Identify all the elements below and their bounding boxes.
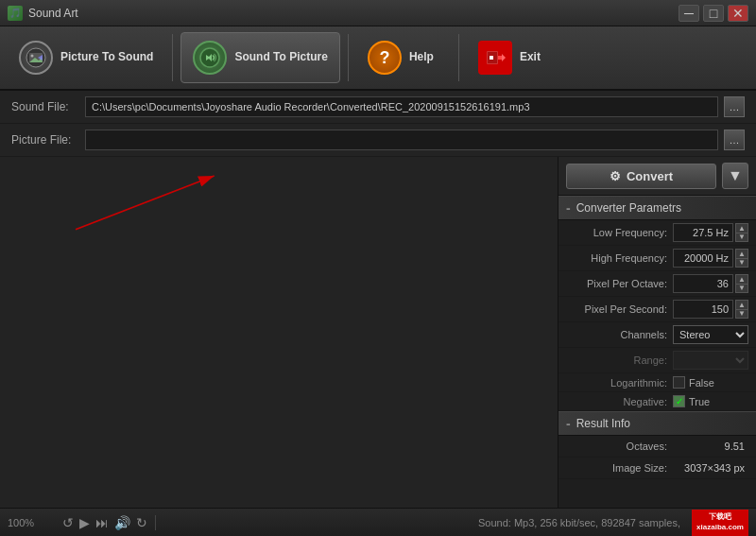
sound-to-picture-button[interactable]: Sound To Picture <box>180 32 339 83</box>
high-frequency-input[interactable] <box>673 249 733 268</box>
svg-rect-8 <box>490 56 493 60</box>
main-area: Sound File: … Picture File: … <box>0 91 756 508</box>
play-button[interactable]: ▶ <box>79 515 90 530</box>
picture-file-browse-button[interactable]: … <box>724 130 745 150</box>
high-frequency-down[interactable]: ▼ <box>735 258 748 268</box>
pixel-per-octave-spinner[interactable]: ▲ ▼ <box>735 274 748 293</box>
sound-to-picture-label: Sound To Picture <box>234 50 327 65</box>
pixel-per-second-input[interactable] <box>673 300 733 319</box>
skip-button[interactable]: ⏭ <box>95 515 109 530</box>
volume-button[interactable]: 🔊 <box>114 515 130 530</box>
preview-panel <box>0 157 558 508</box>
reset-button[interactable]: ↺ <box>62 515 74 530</box>
playback-controls: ↺ ▶ ⏭ 🔊 ↻ <box>62 515 147 530</box>
content-area: ⚙ Convert ▼ - Converter Parametrs Low Fr… <box>0 157 756 508</box>
logarithmic-value-text: False <box>689 377 714 389</box>
negative-row: Negative: ✓ True <box>558 392 756 411</box>
octaves-label: Octaves: <box>566 441 673 452</box>
octaves-value: 9.51 <box>673 439 748 454</box>
pixel-per-octave-label: Pixel Per Octave: <box>566 278 673 289</box>
convert-row: ⚙ Convert ▼ <box>558 157 756 196</box>
convert-label: Convert <box>627 169 673 183</box>
sound-file-input[interactable] <box>85 96 718 117</box>
pixel-per-second-row: Pixel Per Second: ▲ ▼ <box>558 297 756 322</box>
maximize-button[interactable]: □ <box>703 5 724 22</box>
help-icon: ? <box>368 41 402 75</box>
convert-button[interactable]: ⚙ Convert <box>566 164 716 189</box>
picture-to-sound-label: Picture To Sound <box>60 50 153 65</box>
low-frequency-input[interactable] <box>673 223 733 242</box>
collapse-icon[interactable]: - <box>566 200 571 216</box>
close-button[interactable]: ✕ <box>728 5 748 22</box>
high-frequency-row: High Frequency: ▲ ▼ <box>558 246 756 271</box>
app-icon: 🎵 <box>8 6 23 21</box>
parameters-panel: ⚙ Convert ▼ - Converter Parametrs Low Fr… <box>558 157 756 508</box>
pixel-per-octave-down[interactable]: ▼ <box>735 284 748 293</box>
toolbar: Picture To Sound Sound To Picture ? Help <box>0 26 756 91</box>
toolbar-sep-1 <box>172 34 173 81</box>
exit-button[interactable]: Exit <box>467 32 561 83</box>
low-frequency-up[interactable]: ▲ <box>735 223 748 233</box>
help-button[interactable]: ? Help <box>356 32 451 83</box>
channels-row: Channels: Stereo Left Right Mix <box>558 322 756 348</box>
pixel-per-octave-row: Pixel Per Octave: ▲ ▼ <box>558 271 756 297</box>
pixel-per-second-up[interactable]: ▲ <box>735 300 748 309</box>
minimize-button[interactable]: ─ <box>679 5 699 22</box>
high-frequency-spinner[interactable]: ▲ ▼ <box>735 249 748 268</box>
result-info-header: - Result Info <box>558 411 756 436</box>
channels-label: Channels: <box>566 329 673 340</box>
result-info-title: Result Info <box>576 417 630 430</box>
converter-params-header: - Converter Parametrs <box>558 196 756 220</box>
negative-check-icon: ✓ <box>676 396 683 406</box>
pixel-per-second-label: Pixel Per Second: <box>566 303 673 315</box>
pixel-per-second-spinner[interactable]: ▲ ▼ <box>735 300 748 319</box>
converter-params-title: Converter Parametrs <box>576 201 681 215</box>
pixel-per-second-down[interactable]: ▼ <box>735 309 748 319</box>
svg-point-2 <box>31 55 34 58</box>
image-size-row: Image Size: 3037×343 px <box>558 458 756 479</box>
pixel-per-octave-input[interactable] <box>673 274 733 293</box>
octaves-row: Octaves: 9.51 <box>558 436 756 458</box>
toolbar-sep-3 <box>458 34 459 81</box>
sound-to-picture-icon <box>193 41 227 75</box>
titlebar: 🎵 Sound Art ─ □ ✕ <box>0 0 756 26</box>
gear-icon: ⚙ <box>610 169 621 183</box>
zoom-level: 100% <box>8 517 55 528</box>
settings-button[interactable]: ▼ <box>722 163 748 189</box>
site-logo: 下载吧xiazaiba.com <box>692 510 748 536</box>
image-size-value: 3037×343 px <box>673 460 748 475</box>
picture-file-input[interactable] <box>85 130 718 150</box>
exit-label: Exit <box>520 50 541 65</box>
sound-file-browse-button[interactable]: … <box>724 96 745 117</box>
low-frequency-down[interactable]: ▼ <box>735 233 748 242</box>
help-label: Help <box>409 50 434 65</box>
status-separator <box>155 515 156 530</box>
logarithmic-checkbox[interactable] <box>673 376 685 389</box>
svg-line-12 <box>76 176 215 230</box>
pixel-per-octave-up[interactable]: ▲ <box>735 274 748 284</box>
loop-button[interactable]: ↻ <box>136 515 147 530</box>
channels-select[interactable]: Stereo Left Right Mix <box>673 325 748 344</box>
exit-icon <box>478 41 512 75</box>
toolbar-sep-2 <box>348 34 349 81</box>
range-row: Range: <box>558 348 756 373</box>
svg-marker-10 <box>502 54 506 61</box>
logarithmic-row: Logarithmic: False <box>558 373 756 392</box>
picture-file-row: Picture File: … <box>0 124 756 157</box>
picture-file-label: Picture File: <box>11 133 79 147</box>
high-frequency-up[interactable]: ▲ <box>735 249 748 258</box>
high-frequency-label: High Frequency: <box>566 252 673 264</box>
arrow-indicator <box>57 166 246 242</box>
negative-label: Negative: <box>566 396 673 407</box>
low-frequency-label: Low Frequency: <box>566 227 673 238</box>
picture-to-sound-button[interactable]: Picture To Sound <box>8 32 164 83</box>
result-collapse-icon[interactable]: - <box>566 416 571 431</box>
low-frequency-row: Low Frequency: ▲ ▼ <box>558 220 756 246</box>
range-select <box>673 351 748 370</box>
range-label: Range: <box>566 354 673 366</box>
low-frequency-spinner[interactable]: ▲ ▼ <box>735 223 748 242</box>
sound-file-label: Sound File: <box>11 100 79 113</box>
negative-checkbox[interactable]: ✓ <box>673 395 685 407</box>
image-size-label: Image Size: <box>566 462 673 474</box>
logarithmic-label: Logarithmic: <box>566 377 673 389</box>
